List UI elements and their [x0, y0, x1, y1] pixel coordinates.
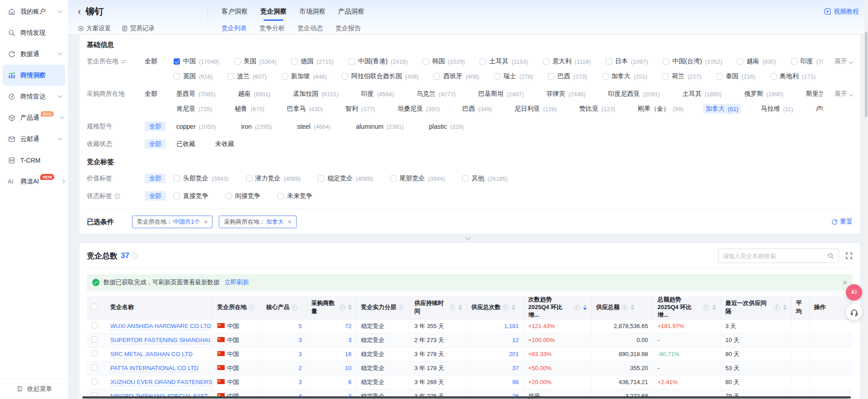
core-products-count[interactable]: 2 [298, 365, 302, 371]
filter-option[interactable]: 菲律宾 (2446) [544, 89, 589, 99]
filter-option[interactable]: 巴基斯坦 (2487) [476, 89, 527, 99]
filter-option[interactable]: 墨西哥 (7085) [174, 89, 218, 99]
filter-option[interactable]: 印度 (797) [791, 57, 823, 66]
scrollbar-thumb[interactable] [865, 32, 868, 117]
filter-option[interactable]: 日本 (1097) [606, 57, 648, 66]
filter-option[interactable]: 俄罗斯 (1690) [741, 89, 786, 99]
refresh-now-link[interactable]: 立即刷新 [225, 278, 249, 286]
filter-option[interactable]: 其他 (26185) [462, 174, 508, 183]
info-icon[interactable]: i [292, 305, 297, 310]
subtab-competitor-news[interactable]: 竞企动态 [297, 21, 323, 36]
expand-button[interactable]: 展开 [823, 56, 853, 66]
filter-option[interactable]: plastic (329) [426, 122, 467, 131]
supply-times[interactable]: 37 [512, 365, 519, 371]
filter-option[interactable]: 德国 (2715) [291, 57, 334, 66]
close-icon[interactable]: × [843, 279, 847, 286]
sort-icon[interactable] [512, 305, 515, 310]
company-name-link[interactable]: SUPERTOR FASTENING SHANGHAI... [110, 337, 212, 344]
filter-option[interactable]: 赞比亚 (123) [577, 104, 618, 114]
info-icon[interactable]: i [503, 305, 509, 310]
checkbox[interactable] [791, 58, 797, 65]
row-checkbox[interactable] [91, 322, 98, 329]
filter-option[interactable]: 肯尼亚 (725) [174, 104, 215, 114]
all-option-chip[interactable]: 全部 [145, 191, 166, 201]
video-tutorial-link[interactable]: 视频教程 [824, 8, 859, 16]
tab-product-insight[interactable]: 产品洞察 [338, 3, 364, 20]
filter-option[interactable]: 尼日利亚 (128) [512, 104, 559, 114]
sort-icon[interactable] [348, 305, 352, 310]
core-products-count[interactable]: 3 [298, 351, 302, 357]
all-option[interactable]: 全部 [145, 90, 157, 97]
horizontal-scrollbar[interactable] [82, 396, 851, 399]
tab-market-insight[interactable]: 市场洞察 [299, 3, 326, 20]
filter-option[interactable]: 中国 (17049) [174, 57, 219, 66]
all-option-chip[interactable]: 全部 [145, 139, 166, 149]
checkbox[interactable] [226, 193, 232, 199]
filter-option[interactable]: 未收藏 [212, 139, 237, 149]
plan-settings-button[interactable]: 方案设置 [78, 24, 111, 33]
trade-records-button[interactable]: 贸易记录 [122, 24, 155, 33]
column-header-amount-trend[interactable]: 总额趋势2025Q4 环比增...i [653, 296, 721, 319]
filter-option[interactable]: 头部竞企 (3943) [174, 174, 229, 183]
sidebar-item-tcrm[interactable]: T-CRM [3, 150, 65, 171]
company-name-link[interactable]: WUXI ANSHIDA HARDWARE CO LTD [110, 323, 211, 330]
sort-icon[interactable] [583, 305, 587, 310]
sort-icon[interactable] [458, 305, 462, 310]
checkbox[interactable] [278, 193, 284, 199]
filter-option[interactable]: 斯里兰卡 (1199) [803, 89, 823, 99]
checkbox[interactable] [737, 58, 743, 65]
buyer-count[interactable]: 3 [348, 337, 351, 343]
checkbox[interactable] [770, 73, 777, 80]
company-name-link[interactable]: XUZHOU EVER GRAND FASTENERS... [110, 379, 212, 386]
sidebar-item-discovery[interactable]: 商情发现 [3, 22, 65, 43]
checkbox[interactable] [349, 58, 355, 65]
column-header-buyer-count[interactable]: 采购商数量i [307, 296, 356, 319]
filter-option[interactable]: 巴西 (349) [460, 104, 495, 114]
checkbox[interactable] [390, 175, 396, 182]
filter-option[interactable]: 意大利 (1116) [543, 57, 591, 66]
column-header-location[interactable]: 竞企所在地i [212, 296, 261, 319]
filter-option[interactable]: 潜力竞企 (4089) [246, 174, 301, 183]
filter-option[interactable]: 坦桑尼亚 (350) [395, 104, 442, 114]
filter-option[interactable]: copper (1050) [174, 122, 218, 131]
checkbox[interactable] [606, 58, 612, 65]
supply-times[interactable]: 98 [512, 379, 519, 385]
filter-option[interactable]: 韩国 (1529) [423, 57, 465, 66]
row-checkbox[interactable] [91, 364, 98, 371]
row-checkbox[interactable] [91, 350, 98, 357]
checkbox[interactable] [548, 73, 554, 80]
checkbox[interactable] [434, 73, 440, 80]
tab-competitor-insight[interactable]: 竞企洞察 [260, 3, 287, 20]
filter-option[interactable]: 未来竞争 [278, 192, 312, 200]
all-option[interactable]: 全部 [145, 57, 157, 65]
checkbox[interactable] [480, 58, 486, 65]
filter-option[interactable]: 越南 (930) [737, 57, 776, 66]
buyer-count[interactable]: 72 [345, 323, 351, 329]
core-products-count[interactable]: 3 [298, 379, 302, 385]
filter-option[interactable]: 秘鲁 (670) [232, 104, 267, 114]
filter-option[interactable]: 美国 (5304) [234, 57, 277, 66]
sidebar-item-account[interactable]: 我的账户 [3, 1, 65, 22]
filter-option[interactable]: 智利 (377) [343, 104, 377, 114]
info-icon[interactable]: i [774, 305, 780, 310]
filter-option[interactable]: 马拉维 (11) [758, 104, 796, 114]
row-checkbox[interactable] [91, 378, 98, 385]
sidebar-item-mail-hub[interactable]: 云邮通 [3, 128, 65, 150]
checkbox[interactable] [662, 73, 669, 80]
filter-option[interactable]: 土耳其 (1895) [680, 89, 725, 99]
checkbox[interactable] [318, 175, 324, 182]
checkbox[interactable] [291, 58, 297, 65]
filter-collapse-handle[interactable] [68, 234, 868, 243]
filter-option[interactable]: 卢旺达 (7) [813, 104, 823, 114]
buyer-count[interactable]: 16 [345, 351, 351, 357]
remove-tag-icon[interactable]: × [288, 219, 291, 225]
filter-option[interactable]: 乌克兰 (4277) [414, 89, 458, 99]
checkbox[interactable] [174, 175, 180, 182]
column-header-core-products[interactable]: 核心产品i [261, 296, 307, 319]
info-icon[interactable]: i [132, 253, 137, 259]
search-input[interactable] [723, 253, 827, 259]
collapse-menu-button[interactable]: 收起菜单 [0, 378, 68, 399]
filter-option[interactable]: 泰国 (216) [716, 72, 755, 80]
filter-option[interactable]: 加拿大 (251) [602, 72, 647, 80]
column-header-supply-duration[interactable]: 供应持续时间i [410, 296, 467, 319]
